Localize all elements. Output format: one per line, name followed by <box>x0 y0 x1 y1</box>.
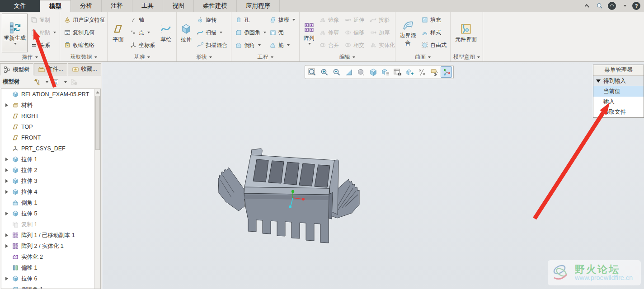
menu-section-get-input[interactable]: 得到输入 <box>593 76 644 86</box>
boundary-blend-button[interactable]: 边界混合 <box>397 14 418 52</box>
help-icon[interactable]: ? <box>632 2 640 10</box>
axis-button[interactable]: 轴 <box>128 14 157 26</box>
expand-arrow-icon[interactable] <box>4 233 9 237</box>
tab-model[interactable]: 模型 <box>40 0 71 12</box>
zoom-in-icon[interactable] <box>319 66 330 78</box>
group-label-operations[interactable]: 操作 <box>0 53 60 61</box>
style-button[interactable]: 样式 <box>419 26 448 39</box>
tree-scrollbar[interactable] <box>94 89 100 289</box>
tab-file[interactable]: 文件 <box>0 0 40 12</box>
menu-item-read-file[interactable]: 读取文件 <box>593 107 644 117</box>
hole-button[interactable]: 孔 <box>233 14 267 26</box>
tree-item-top-plane[interactable]: TOP <box>1 121 100 132</box>
tree-item-chamfer-1[interactable]: 倒角 1 <box>1 197 100 208</box>
spin-center-icon[interactable] <box>441 66 452 78</box>
tree-item-offset-1[interactable]: 偏移 1 <box>1 262 100 273</box>
fill-button[interactable]: 填充 <box>419 14 448 26</box>
tab-tools[interactable]: 工具 <box>132 0 163 12</box>
menu-item-current-value[interactable]: 当前值 <box>593 86 644 97</box>
repaint-icon[interactable] <box>343 66 354 78</box>
tab-model-tree[interactable]: 模型树 <box>0 63 33 75</box>
revolve-button[interactable]: 旋转 <box>195 14 229 26</box>
tab-analysis[interactable]: 分析 <box>71 0 102 12</box>
tab-applications[interactable]: 应用程序 <box>237 0 280 12</box>
extend-button[interactable]: 延伸 <box>343 14 368 26</box>
menu-item-enter[interactable]: 输入 <box>593 97 644 107</box>
tree-item-copy-1[interactable]: 复制 1 <box>1 219 100 230</box>
tab-flexible-modeling[interactable]: 柔性建模 <box>194 0 237 12</box>
draft-button[interactable]: 拔模 <box>268 14 297 26</box>
tree-item-extrude-1[interactable]: 拉伸 1 <box>1 154 100 165</box>
expand-arrow-icon[interactable] <box>4 103 9 107</box>
group-label-get-data[interactable]: 获取数据 <box>60 53 107 61</box>
display-style-icon[interactable] <box>367 66 379 78</box>
scroll-up-icon[interactable] <box>95 89 100 95</box>
tree-item-right-plane[interactable]: RIGHT <box>1 111 100 121</box>
scrollbar-thumb[interactable] <box>95 96 100 150</box>
model-3d-part[interactable] <box>216 139 373 257</box>
swept-blend-button[interactable]: 扫描混合 <box>195 39 229 51</box>
expand-arrow-icon[interactable] <box>4 190 9 194</box>
collapse-ribbon-icon[interactable] <box>583 2 592 10</box>
shrinkwrap-button[interactable]: 收缩包络 <box>62 39 107 51</box>
tree-item-extrude-5[interactable]: 拉伸 5 <box>1 208 100 219</box>
trim-button[interactable]: 修剪 <box>317 26 343 39</box>
expand-arrow-icon[interactable] <box>4 168 9 172</box>
group-label-model-intent[interactable]: 模型意图 <box>451 53 483 61</box>
pattern-button[interactable]: 阵列 <box>301 14 316 52</box>
view-images-icon[interactable] <box>404 66 415 78</box>
dropdown-arrow-icon[interactable] <box>46 81 48 83</box>
expand-arrow-icon[interactable] <box>4 179 9 183</box>
sketch-button[interactable]: 草绘 <box>158 14 174 52</box>
tree-item-extrude-2[interactable]: 拉伸 2 <box>1 165 100 176</box>
tab-favorites[interactable]: 收藏... <box>68 63 101 75</box>
search-icon[interactable] <box>596 2 604 10</box>
chamfer-button[interactable]: 倒角 <box>233 39 267 51</box>
tree-item-part[interactable]: RELATION_EXAM-05.PRT <box>1 89 100 100</box>
intersect-button[interactable]: 相交 <box>343 39 368 51</box>
freestyle-button[interactable]: 自由式 <box>419 39 448 51</box>
tree-item-extrude-4[interactable]: 拉伸 4 <box>1 186 100 197</box>
dropdown-arrow-icon[interactable] <box>64 81 67 83</box>
solidify-button[interactable]: 实体化 <box>368 39 393 51</box>
tab-folder-browser[interactable]: 文件... <box>34 63 67 75</box>
point-button[interactable]: 点 <box>128 26 157 39</box>
saved-views-icon[interactable] <box>380 66 391 78</box>
plane-button[interactable]: 平面 <box>109 14 127 52</box>
copy-geometry-button[interactable]: 复制几何 <box>62 26 107 39</box>
rib-button[interactable]: 筋 <box>268 39 297 51</box>
extrude-button[interactable]: 拉伸 <box>179 14 194 52</box>
shading-style-icon[interactable] <box>355 66 367 78</box>
zoom-out-icon[interactable] <box>331 66 342 78</box>
mirror-button[interactable]: 镜像 <box>317 14 343 26</box>
group-label-engineering[interactable]: 工程 <box>231 53 299 61</box>
expand-arrow-icon[interactable] <box>4 244 9 248</box>
zoom-fit-icon[interactable] <box>306 66 318 78</box>
view-manager-icon[interactable] <box>392 66 403 78</box>
relations-button[interactable]: 关系 <box>28 39 58 51</box>
copy-button[interactable]: 复制 <box>28 14 58 26</box>
tree-item-extrude-3[interactable]: 拉伸 3 <box>1 176 100 186</box>
udf-button[interactable]: 用户定义特征 <box>62 14 107 26</box>
expand-arrow-icon[interactable] <box>4 277 9 280</box>
annotation-display-icon[interactable] <box>428 66 440 78</box>
component-interface-button[interactable]: 元件界面 <box>452 14 479 52</box>
tree-item-extrude-6[interactable]: 拉伸 6 <box>1 273 100 284</box>
expand-arrow-icon[interactable] <box>4 158 9 161</box>
graphics-area[interactable]: 菜单管理器 得到输入 当前值 输入 读取文件 野火论坛 www.proewild… <box>103 62 644 289</box>
tree-item-csys[interactable]: PRT_CSYS_DEF <box>1 143 100 154</box>
tree-item-solidify-2[interactable]: 实体化 2 <box>1 252 100 262</box>
expand-arrow-icon[interactable] <box>4 212 9 215</box>
tree-item-pattern-1[interactable]: 阵列 1 / 已移动副本 1 <box>1 230 100 241</box>
tree-item-round-1[interactable]: 倒圆角 1 <box>1 284 100 289</box>
thicken-button[interactable]: 加厚 <box>368 26 393 39</box>
tree-item-pattern-2[interactable]: 阵列 2 / 实体化 1 <box>1 241 100 252</box>
tree-columns-icon[interactable] <box>52 79 59 86</box>
group-label-surfaces[interactable]: 曲面 <box>395 53 450 61</box>
dropdown-arrow-icon[interactable] <box>620 2 628 10</box>
group-label-editing[interactable]: 编辑 <box>300 53 395 61</box>
tab-view[interactable]: 视图 <box>163 0 194 12</box>
offset-button[interactable]: 偏移 <box>343 26 368 39</box>
sweep-button[interactable]: 扫描 <box>195 26 229 39</box>
group-label-datum[interactable]: 基准 <box>108 53 176 61</box>
